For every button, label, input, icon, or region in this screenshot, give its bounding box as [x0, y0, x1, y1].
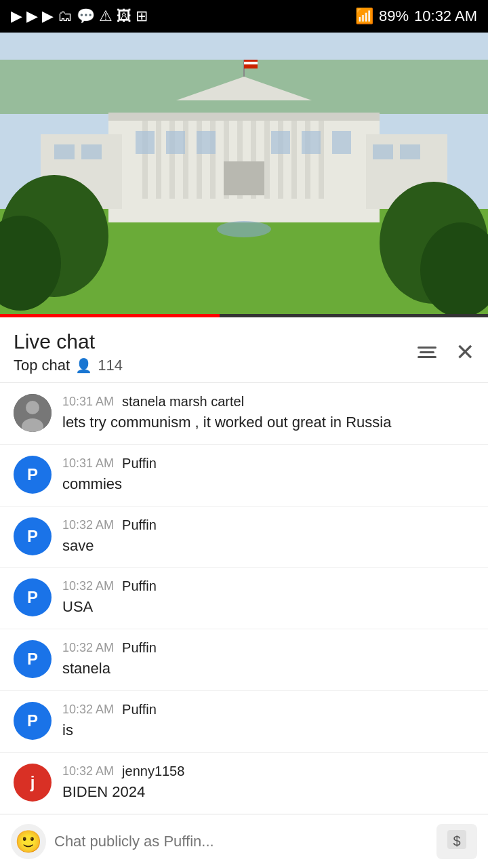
chat-time-4: 10:32 AM [62, 579, 114, 593]
chat-content-2: 10:31 AM Puffin commies [62, 456, 474, 495]
avatar-puffin-3: P [14, 517, 52, 555]
avatar-puffin-6: P [14, 702, 52, 740]
svg-rect-6 [169, 117, 175, 199]
video-player[interactable] [0, 33, 488, 317]
chat-meta-2: 10:31 AM Puffin [62, 456, 474, 471]
image-icon: 🖼 [117, 7, 131, 25]
participant-icon: 👤 [75, 357, 92, 374]
alert-icon: ⚠ [99, 7, 113, 25]
emoji-button[interactable]: 🙂 [11, 824, 46, 859]
live-chat-title-area: Live chat Top chat 👤 114 [14, 330, 123, 374]
emoji-icon: 🙂 [15, 829, 42, 854]
play-icon: ▶ [11, 7, 22, 25]
send-message-button[interactable]: $ [436, 824, 477, 859]
avatar-puffin-5: P [14, 640, 52, 678]
chat-time-6: 10:32 AM [62, 703, 114, 717]
chat-message-text-4: USA [62, 597, 474, 618]
video-progress-bar[interactable] [0, 314, 488, 317]
chat-meta-5: 10:32 AM Puffin [62, 640, 474, 656]
youtube-icon: ▶ [26, 7, 38, 25]
svg-rect-28 [197, 131, 216, 154]
chat-input-bar: 🙂 $ [0, 814, 488, 868]
svg-rect-14 [278, 117, 283, 199]
chat-message-3: P 10:32 AM Puffin save [0, 507, 488, 568]
svg-rect-9 [210, 117, 216, 199]
svg-rect-15 [291, 117, 297, 199]
svg-rect-24 [373, 144, 393, 159]
avatar-puffin-2: P [14, 456, 52, 494]
time-display: 10:32 AM [414, 7, 477, 25]
close-button[interactable]: ✕ [455, 340, 474, 363]
svg-point-33 [217, 221, 271, 237]
svg-text:$: $ [453, 833, 460, 848]
svg-rect-17 [319, 117, 324, 199]
svg-rect-40 [244, 62, 258, 64]
svg-rect-4 [142, 117, 148, 199]
chat-message-5: P 10:32 AM Puffin stanela [0, 629, 488, 691]
chat-username-1: stanela marsh cartel [122, 394, 244, 410]
grid-icon: ⊞ [136, 7, 148, 25]
svg-rect-27 [166, 131, 185, 154]
chat-meta-7: 10:32 AM jenny1158 [62, 764, 474, 779]
svg-rect-19 [108, 113, 380, 121]
chat-content-3: 10:32 AM Puffin save [62, 517, 474, 557]
svg-rect-13 [264, 117, 270, 199]
chat-content-6: 10:32 AM Puffin is [62, 702, 474, 741]
svg-rect-22 [54, 144, 75, 159]
svg-rect-32 [224, 161, 264, 195]
chat-message-1: 10:31 AM stanela marsh cartel lets try c… [0, 383, 488, 445]
chat-message-6: P 10:32 AM Puffin is [0, 691, 488, 753]
svg-rect-23 [81, 144, 102, 159]
chat-message-text-5: stanela [62, 658, 474, 679]
chat-icon-notif: 💬 [77, 7, 95, 25]
system-icons: 📶 89% 10:32 AM [355, 7, 477, 25]
avatar-jenny: j [14, 764, 52, 802]
chat-message-4: P 10:32 AM Puffin USA [0, 568, 488, 629]
chat-username-3: Puffin [122, 517, 157, 533]
chat-username-6: Puffin [122, 702, 157, 717]
svg-rect-16 [305, 117, 310, 199]
live-chat-header: Live chat Top chat 👤 114 ✕ [0, 317, 488, 383]
chat-content-4: 10:32 AM Puffin USA [62, 578, 474, 618]
svg-rect-5 [156, 117, 161, 199]
notification-icons: ▶ ▶ ▶ 🗂 💬 ⚠ 🖼 ⊞ [11, 7, 148, 25]
chat-meta-1: 10:31 AM stanela marsh cartel [62, 394, 474, 410]
svg-rect-26 [136, 131, 155, 154]
chat-username-5: Puffin [122, 640, 157, 656]
chat-meta-4: 10:32 AM Puffin [62, 578, 474, 594]
chat-username-7: jenny1158 [122, 764, 184, 779]
battery-text: 89% [379, 7, 409, 25]
youtube-icon-2: ▶ [42, 7, 54, 25]
top-chat-label[interactable]: Top chat [14, 357, 70, 374]
live-chat-subtitle: Top chat 👤 114 [14, 357, 123, 374]
svg-rect-25 [400, 144, 420, 159]
file-icon: 🗂 [58, 7, 73, 25]
chat-meta-3: 10:32 AM Puffin [62, 517, 474, 533]
live-chat-title: Live chat [14, 330, 123, 354]
avatar-stanela [14, 394, 52, 432]
filter-icon [418, 347, 436, 358]
chat-content-1: 10:31 AM stanela marsh cartel lets try c… [62, 394, 474, 433]
svg-rect-7 [183, 117, 188, 199]
status-bar: ▶ ▶ ▶ 🗂 💬 ⚠ 🖼 ⊞ 📶 89% 10:32 AM [0, 0, 488, 33]
chat-message-2: P 10:31 AM Puffin commies [0, 445, 488, 507]
svg-rect-8 [197, 117, 202, 199]
chat-time-1: 10:31 AM [62, 395, 114, 409]
chat-message-text-2: commies [62, 474, 474, 495]
chat-content-7: 10:32 AM jenny1158 BIDEN 2024 [62, 764, 474, 803]
video-progress-fill [0, 314, 220, 317]
svg-rect-31 [332, 131, 351, 154]
chat-input-field[interactable] [54, 833, 428, 850]
chat-content-5: 10:32 AM Puffin stanela [62, 640, 474, 679]
chat-message-list: 10:31 AM stanela marsh cartel lets try c… [0, 383, 488, 868]
chat-message-text-6: is [62, 720, 474, 741]
participant-count: 114 [98, 357, 123, 374]
chat-message-7: j 10:32 AM jenny1158 BIDEN 2024 [0, 753, 488, 814]
avatar-puffin-4: P [14, 578, 52, 616]
filter-button[interactable] [415, 344, 439, 361]
chat-message-text-1: lets try communism , it worked out great… [62, 412, 474, 433]
svg-rect-29 [271, 131, 290, 154]
chat-time-5: 10:32 AM [62, 641, 114, 655]
chat-message-text-7: BIDEN 2024 [62, 782, 474, 803]
chat-message-text-3: save [62, 536, 474, 557]
